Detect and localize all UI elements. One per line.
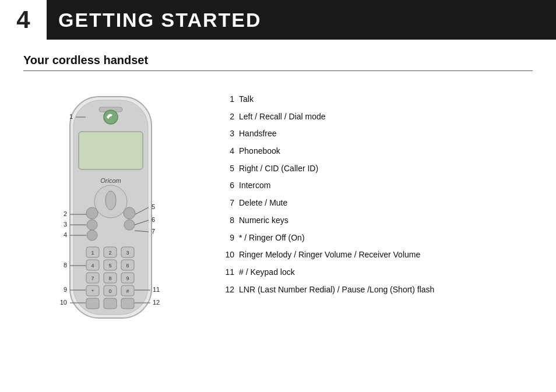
svg-rect-35 (86, 298, 99, 309)
phone-area: Oricom 1 2 (23, 85, 204, 341)
section-divider (23, 70, 533, 71)
svg-text:Oricom: Oricom (100, 177, 121, 184)
chapter-number: 4 (0, 0, 47, 40)
svg-text:8: 8 (64, 262, 67, 269)
feature-number: 8 (221, 212, 239, 229)
feature-row: 2Left / Recall / Dial mode (221, 108, 533, 126)
feature-description: # / Keypad lock (239, 264, 533, 281)
feature-number: 12 (221, 281, 239, 299)
svg-point-10 (124, 220, 135, 230)
svg-text:7: 7 (152, 228, 155, 235)
feature-number: 11 (221, 264, 239, 281)
feature-row: 12LNR (Last Number Redial) / Pause /Long… (221, 281, 533, 299)
svg-point-7 (124, 207, 135, 219)
feature-number: 6 (221, 177, 239, 195)
page-header: 4 GETTING STARTED (0, 0, 556, 40)
svg-text:6: 6 (126, 263, 129, 269)
features-table: 1Talk2Left / Recall / Dial mode3Handsfre… (221, 91, 533, 298)
feature-number: 5 (221, 160, 239, 178)
content-area: Your cordless handset Oricom (0, 40, 556, 353)
svg-text:2: 2 (64, 210, 67, 217)
svg-rect-2 (79, 132, 143, 169)
svg-point-8 (87, 220, 97, 230)
feature-description: Intercom (239, 177, 533, 195)
svg-text:9: 9 (64, 286, 67, 293)
svg-text:12: 12 (153, 299, 160, 306)
svg-text:6: 6 (152, 216, 155, 223)
svg-text:10: 10 (60, 299, 67, 306)
feature-list: 1Talk2Left / Recall / Dial mode3Handsfre… (221, 85, 533, 298)
feature-row: 4Phonebook (221, 143, 533, 160)
svg-text:7: 7 (91, 276, 94, 281)
feature-row: 8Numeric keys (221, 212, 533, 229)
svg-text:1: 1 (91, 250, 94, 256)
svg-text:11: 11 (153, 286, 160, 293)
svg-rect-36 (104, 298, 117, 309)
feature-row: 6Intercom (221, 177, 533, 195)
feature-row: 3Handsfree (221, 125, 533, 143)
feature-description: Phonebook (239, 143, 533, 160)
svg-point-5 (105, 191, 116, 210)
feature-row: 5Right / CID (Caller ID) (221, 160, 533, 178)
feature-description: Talk (239, 91, 533, 108)
feature-description: * / Ringer Off (On) (239, 229, 533, 247)
feature-number: 2 (221, 108, 239, 126)
svg-text:0: 0 (108, 288, 111, 294)
svg-text:*: * (92, 288, 94, 294)
feature-row: 10Ringer Melody / Ringer Volume / Receiv… (221, 246, 533, 264)
svg-rect-37 (121, 298, 134, 309)
svg-text:4: 4 (91, 263, 94, 269)
svg-text:1: 1 (69, 113, 73, 120)
main-layout: Oricom 1 2 (23, 85, 533, 341)
feature-number: 4 (221, 143, 239, 160)
section-title: Your cordless handset (23, 54, 533, 67)
feature-number: 1 (221, 91, 239, 108)
chapter-title: GETTING STARTED (58, 9, 262, 31)
svg-text:3: 3 (126, 250, 129, 256)
feature-description: Right / CID (Caller ID) (239, 160, 533, 178)
feature-description: LNR (Last Number Redial) / Pause /Long (… (239, 281, 533, 299)
feature-description: Handsfree (239, 125, 533, 143)
feature-number: 9 (221, 229, 239, 247)
svg-point-39 (104, 110, 118, 124)
feature-description: Left / Recall / Dial mode (239, 108, 533, 126)
chapter-title-bar: GETTING STARTED (47, 0, 556, 40)
feature-number: 3 (221, 125, 239, 143)
svg-text:3: 3 (64, 221, 67, 228)
feature-row: 7Delete / Mute (221, 195, 533, 212)
feature-row: 11# / Keypad lock (221, 264, 533, 281)
feature-number: 10 (221, 246, 239, 264)
phone-illustration: Oricom 1 2 (23, 85, 204, 341)
svg-text:8: 8 (108, 276, 111, 281)
svg-text:2: 2 (108, 250, 111, 256)
svg-text:5: 5 (152, 203, 155, 210)
svg-text:5: 5 (108, 263, 111, 269)
feature-number: 7 (221, 195, 239, 212)
svg-point-6 (86, 207, 98, 219)
svg-point-9 (87, 230, 97, 241)
feature-row: 1Talk (221, 91, 533, 108)
svg-text:9: 9 (126, 276, 129, 281)
feature-description: Numeric keys (239, 212, 533, 229)
feature-description: Delete / Mute (239, 195, 533, 212)
feature-description: Ringer Melody / Ringer Volume / Receiver… (239, 246, 533, 264)
feature-row: 9* / Ringer Off (On) (221, 229, 533, 247)
svg-text:#: # (126, 288, 129, 294)
svg-text:4: 4 (64, 231, 67, 238)
